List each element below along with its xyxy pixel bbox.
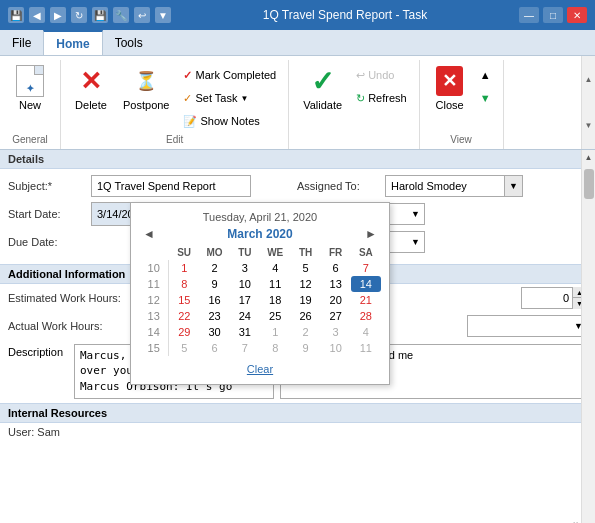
calendar-day[interactable]: 5 — [169, 340, 199, 356]
scroll-thumb[interactable] — [584, 169, 594, 199]
content-scroll-down[interactable]: ▼ — [582, 518, 595, 523]
title-bar: 💾 ◀ ▶ ↻ 💾 🔧 ↩ ▼ 1Q Travel Spend Report -… — [0, 0, 595, 30]
calendar-day[interactable]: 10 — [321, 340, 351, 356]
refresh-label: Refresh — [368, 92, 407, 104]
calendar-day[interactable]: 4 — [351, 324, 381, 340]
act-hours-dropdown[interactable]: ▼ — [467, 315, 587, 337]
calendar-day[interactable]: 29 — [169, 324, 199, 340]
calendar-day[interactable]: 15 — [169, 292, 199, 308]
minimize-button[interactable]: — — [519, 7, 539, 23]
calendar-day[interactable]: 9 — [199, 276, 230, 292]
undo-button[interactable]: ↩ Undo — [352, 64, 411, 86]
calendar-day[interactable]: 27 — [321, 308, 351, 324]
validate-icon: ✓ — [307, 65, 339, 97]
forward-icon[interactable]: ▶ — [50, 7, 66, 23]
calendar-day[interactable]: 8 — [169, 276, 199, 292]
calendar-day[interactable]: 23 — [199, 308, 230, 324]
details-section-header: Details — [0, 150, 595, 169]
ribbon-scroll-up[interactable]: ▲ — [582, 56, 595, 103]
tools-icon[interactable]: 🔧 — [113, 7, 129, 23]
close-label: Close — [436, 99, 464, 111]
week-number: 13 — [139, 308, 169, 324]
calendar-day[interactable]: 2 — [199, 260, 230, 276]
subject-input[interactable] — [91, 175, 251, 197]
calendar-day[interactable]: 31 — [230, 324, 260, 340]
calendar-day[interactable]: 2 — [291, 324, 321, 340]
scroll-up-button[interactable]: ▲ — [476, 64, 495, 86]
disk-icon[interactable]: 💾 — [92, 7, 108, 23]
calendar-day[interactable]: 12 — [291, 276, 321, 292]
content-scroll-up[interactable]: ▲ — [582, 150, 595, 164]
up-arrow-icon: ▲ — [480, 69, 491, 81]
mark-completed-button[interactable]: ✓ Mark Completed — [179, 64, 280, 86]
description-label: Description — [8, 344, 68, 399]
calendar-day[interactable]: 17 — [230, 292, 260, 308]
new-button-label: New — [19, 99, 41, 111]
calendar-day[interactable]: 11 — [260, 276, 291, 292]
calendar-day[interactable]: 25 — [260, 308, 291, 324]
assigned-dropdown-btn[interactable]: ▼ — [505, 175, 523, 197]
calendar-day[interactable]: 7 — [351, 260, 381, 276]
cal-header-th: TH — [291, 245, 321, 260]
calendar-clear-button[interactable]: Clear — [247, 363, 273, 375]
cal-header-mo: MO — [199, 245, 230, 260]
close-button[interactable]: ✕ Close — [428, 62, 472, 114]
calendar-day[interactable]: 3 — [230, 260, 260, 276]
edit-small-buttons: ✓ Mark Completed ✓ Set Task ▼ 📝 Show Not… — [179, 62, 280, 132]
refresh-button[interactable]: ↻ Refresh — [352, 87, 411, 109]
down-arrow-icon: ▼ — [480, 92, 491, 104]
menu-file[interactable]: File — [0, 30, 43, 55]
cal-header-fr: FR — [321, 245, 351, 260]
act-hours-label: Actual Work Hours: — [8, 320, 138, 332]
delete-button[interactable]: ✕ Delete — [69, 62, 113, 114]
calendar-day[interactable]: 24 — [230, 308, 260, 324]
est-hours-input[interactable] — [522, 292, 572, 304]
calendar-day[interactable]: 4 — [260, 260, 291, 276]
calendar-day[interactable]: 30 — [199, 324, 230, 340]
dropdown-icon[interactable]: ▼ — [155, 7, 171, 23]
calendar-day[interactable]: 7 — [230, 340, 260, 356]
calendar-day[interactable]: 3 — [321, 324, 351, 340]
calendar-day[interactable]: 16 — [199, 292, 230, 308]
est-hours-spinbox: ▲ ▼ — [521, 287, 587, 309]
calendar-day[interactable]: 1 — [260, 324, 291, 340]
calendar-day[interactable]: 26 — [291, 308, 321, 324]
calendar-day[interactable]: 20 — [321, 292, 351, 308]
calendar-day[interactable]: 11 — [351, 340, 381, 356]
calendar-day[interactable]: 10 — [230, 276, 260, 292]
postpone-button[interactable]: ⏳ Postpone — [117, 62, 175, 114]
scroll-down-button[interactable]: ▼ — [476, 87, 495, 109]
calendar-day[interactable]: 8 — [260, 340, 291, 356]
menu-home[interactable]: Home — [43, 30, 102, 55]
maximize-button[interactable]: □ — [543, 7, 563, 23]
calendar-day[interactable]: 21 — [351, 292, 381, 308]
window-close-button[interactable]: ✕ — [567, 7, 587, 23]
calendar-next-btn[interactable]: ► — [361, 227, 381, 241]
ribbon-scroll-down[interactable]: ▼ — [582, 103, 595, 150]
calendar-day[interactable]: 19 — [291, 292, 321, 308]
reload-icon[interactable]: ↻ — [71, 7, 87, 23]
show-notes-button[interactable]: 📝 Show Notes — [179, 110, 280, 132]
calendar-day[interactable]: 6 — [321, 260, 351, 276]
calendar-day[interactable]: 18 — [260, 292, 291, 308]
postpone-label: Postpone — [123, 99, 169, 111]
calendar-day[interactable]: 22 — [169, 308, 199, 324]
save-icon[interactable]: 💾 — [8, 7, 24, 23]
menu-tools[interactable]: Tools — [103, 30, 155, 55]
refresh-icon: ↻ — [356, 92, 365, 105]
calendar-day[interactable]: 28 — [351, 308, 381, 324]
calendar-day[interactable]: 5 — [291, 260, 321, 276]
calendar-day[interactable]: 6 — [199, 340, 230, 356]
new-button[interactable]: ✦ New — [8, 62, 52, 114]
assigned-to-input[interactable] — [385, 175, 505, 197]
calendar-day[interactable]: 9 — [291, 340, 321, 356]
window-controls: — □ ✕ — [519, 7, 587, 23]
validate-button[interactable]: ✓ Validate — [297, 62, 348, 114]
undo-title-icon[interactable]: ↩ — [134, 7, 150, 23]
calendar-day[interactable]: 1 — [169, 260, 199, 276]
back-icon[interactable]: ◀ — [29, 7, 45, 23]
calendar-day[interactable]: 13 — [321, 276, 351, 292]
set-task-button[interactable]: ✓ Set Task ▼ — [179, 87, 280, 109]
calendar-day[interactable]: 14 — [351, 276, 381, 292]
calendar-prev-btn[interactable]: ◄ — [139, 227, 159, 241]
